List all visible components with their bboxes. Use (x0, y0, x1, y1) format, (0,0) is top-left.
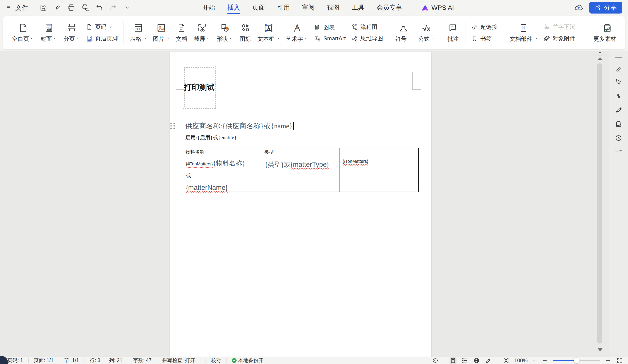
table-cell-matter-name[interactable]: {#TonMatters}{物料名称} 或 {matterName} (183, 156, 262, 192)
divider (389, 21, 389, 44)
cloud-upload-icon[interactable] (574, 3, 583, 12)
mindmap-button[interactable]: 思维导图 (351, 35, 383, 42)
titlebar-right: 分享 (574, 2, 622, 13)
hyperlink-button[interactable]: 超链接 (471, 23, 497, 31)
page-view-button[interactable] (450, 357, 457, 364)
print-preview-button[interactable] (81, 3, 90, 12)
fit-page-button[interactable] (503, 357, 510, 364)
status-local-backup[interactable]: 本地备份开 (232, 357, 263, 364)
zoom-slider[interactable] (553, 360, 600, 361)
smartart-icon (314, 35, 321, 42)
table-header-cell[interactable] (340, 148, 418, 156)
shapes-button[interactable]: 形状 (213, 16, 236, 49)
divider (157, 358, 157, 363)
file-menu-button[interactable]: 文件 (6, 3, 28, 12)
zoom-level[interactable]: 100% (514, 358, 528, 364)
icons-icon (240, 23, 250, 33)
document-canvas[interactable]: 打印测试 供应商名称:{供应商名称}或{name} 启用:{启用}或{enabl… (0, 51, 628, 357)
table-button[interactable]: 表格 (127, 16, 150, 49)
comment-button[interactable]: 批注 (444, 16, 462, 49)
divider (28, 358, 29, 363)
quickbar-more-chevron[interactable] (123, 3, 132, 12)
tab-tools[interactable]: 工具 (352, 0, 364, 15)
more-options-icon[interactable] (615, 147, 622, 154)
zoom-out-button[interactable] (541, 357, 548, 364)
statusbar: 页码: 1 页面: 1/1 节: 1/1 行: 3 列: 21 字数: 47 拼… (0, 357, 628, 364)
textbox-button[interactable]: 文本框 (254, 16, 283, 49)
assets-icon[interactable] (615, 120, 622, 128)
title-text-frame-inner: 打印测试 (184, 67, 214, 107)
adjust-settings-icon[interactable] (615, 92, 622, 100)
document-page[interactable]: 打印测试 供应商名称:{供应商名称}或{name} 启用:{启用}或{enabl… (170, 52, 431, 357)
attachment-button[interactable]: 对象附件 (543, 35, 581, 42)
header-footer-button[interactable]: 页眉页脚 (86, 35, 118, 42)
status-proofread[interactable]: 校对 (211, 357, 221, 364)
status-page-number[interactable]: 页码: 1 (7, 357, 23, 364)
icons-button[interactable]: 图标 (236, 16, 254, 49)
zoom-slider-knob[interactable] (574, 358, 580, 363)
table-cell-matter-type[interactable]: {类型}或{matterType} (262, 156, 340, 192)
ink-pen-button[interactable] (485, 357, 492, 364)
picture-button[interactable]: 图片 (150, 16, 173, 49)
tab-reference[interactable]: 引用 (277, 0, 290, 15)
save-button[interactable] (39, 3, 48, 12)
bookmark-button[interactable]: 书签 (471, 35, 497, 42)
tab-review[interactable]: 审阅 (302, 0, 315, 15)
paragraph-drag-handle[interactable] (170, 123, 176, 130)
print-button[interactable] (67, 3, 76, 12)
more-assets-button[interactable]: 更多素材 (590, 16, 625, 49)
magic-wand-icon[interactable] (615, 106, 622, 114)
symbol-button[interactable]: 符号 (392, 16, 415, 49)
fullscreen-button[interactable] (616, 357, 623, 364)
page-number-button[interactable]: 页码 (86, 23, 118, 31)
status-section[interactable]: 节: 1/1 (64, 357, 79, 364)
tab-view[interactable]: 视图 (327, 0, 339, 15)
doc-line-enable[interactable]: 启用:{启用}或{enable} (185, 134, 236, 141)
format-painter-icon[interactable] (53, 3, 62, 12)
redo-button[interactable] (109, 3, 118, 12)
title-text-frame[interactable]: 打印测试 (183, 66, 216, 109)
wordart-button[interactable]: 艺术字 (283, 16, 311, 49)
drop-cap-button[interactable]: 首字下沉 (543, 23, 581, 31)
smartart-button[interactable]: SmartArt (314, 35, 346, 42)
chart-button[interactable]: 图表 (314, 24, 346, 31)
formula-button[interactable]: 公式 (415, 16, 438, 49)
table-header-cell[interactable]: 类型 (262, 148, 340, 156)
blank-page-button[interactable]: 空白页 (9, 16, 37, 49)
select-cursor-icon[interactable] (615, 78, 622, 85)
table-cell-closing-tag[interactable]: {/TonMatters} (340, 156, 418, 192)
status-word-count[interactable]: 字数: 47 (133, 357, 152, 364)
page-break-button[interactable]: 分页 (60, 16, 83, 49)
document-button[interactable]: 文档 (173, 16, 190, 49)
screenshot-button[interactable]: 截屏 (190, 16, 213, 49)
table-header-cell[interactable]: 物料名称 (183, 148, 262, 156)
tab-membership[interactable]: 会员专享 (377, 0, 402, 15)
pen-icon[interactable] (615, 66, 622, 73)
share-icon (595, 4, 601, 11)
status-page[interactable]: 页面: 1/1 (34, 357, 54, 364)
zoom-in-button[interactable] (604, 357, 611, 364)
share-button[interactable]: 分享 (589, 2, 622, 13)
history-icon[interactable] (615, 135, 622, 142)
doc-parts-button[interactable]: 文档部件 (506, 16, 541, 49)
flowchart-button[interactable]: 流程图 (351, 23, 383, 31)
outline-view-button[interactable] (461, 357, 468, 364)
doc-line-supplier[interactable]: 供应商名称:{供应商名称}或{name} (185, 121, 294, 131)
cover-button[interactable]: 封面 (37, 16, 60, 49)
tab-page[interactable]: 页面 (252, 0, 265, 15)
scrollbar-thumb[interactable] (597, 63, 602, 344)
scroll-up-arrow[interactable] (598, 57, 603, 60)
status-spellcheck[interactable]: 拼写检查: 打开 (162, 357, 200, 364)
collapse-ribbon-button[interactable] (597, 51, 604, 57)
shapes-icon (220, 23, 230, 33)
tab-home[interactable]: 开始 (203, 0, 215, 15)
tab-insert[interactable]: 插入 (227, 0, 240, 15)
scroll-down-arrow[interactable] (598, 348, 603, 351)
doc-table[interactable]: 物料名称 类型 {#TonMatters}{物料名称} 或 {matterNam… (183, 148, 419, 192)
chevron-down-icon[interactable] (532, 359, 536, 363)
wps-ai-button[interactable]: WPS AI (412, 3, 454, 12)
undo-button[interactable] (95, 3, 104, 12)
divider (444, 358, 444, 363)
web-view-button[interactable] (473, 357, 480, 364)
eye-protection-icon[interactable] (432, 357, 439, 364)
